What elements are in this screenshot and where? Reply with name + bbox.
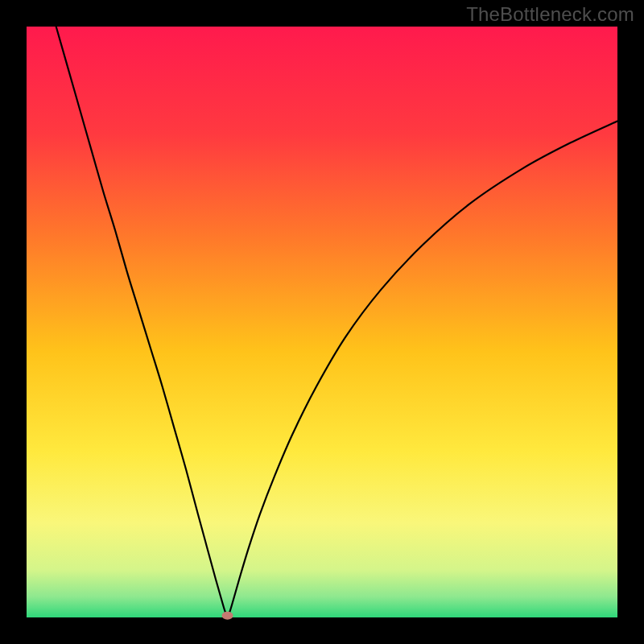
bottleneck-chart bbox=[0, 0, 644, 644]
gradient-background bbox=[27, 27, 617, 617]
chart-frame: TheBottleneck.com bbox=[0, 0, 644, 644]
min-marker bbox=[222, 612, 233, 620]
